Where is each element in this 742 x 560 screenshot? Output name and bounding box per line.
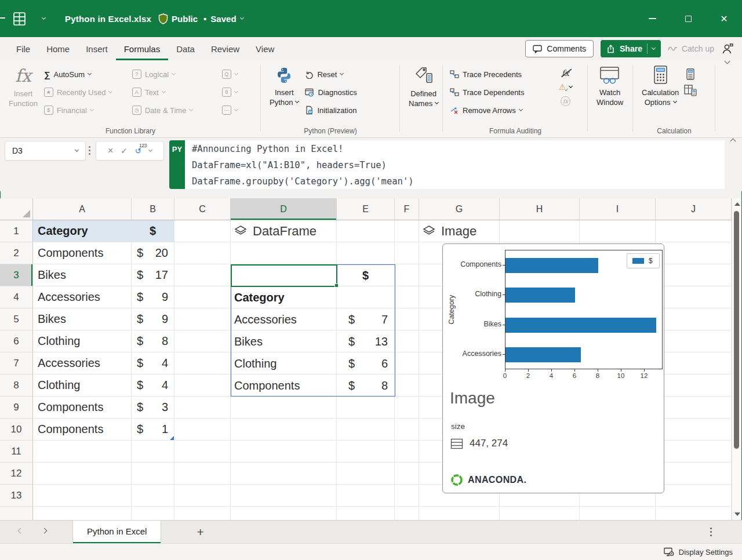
row-header-10[interactable]: 10: [0, 419, 33, 441]
reset-button[interactable]: Reset: [303, 67, 387, 81]
cell-C5[interactable]: [174, 308, 231, 330]
cell-F6[interactable]: [395, 330, 419, 352]
tab-file[interactable]: File: [8, 37, 38, 60]
cell-F5[interactable]: [395, 308, 419, 330]
cell-B11[interactable]: [132, 441, 174, 463]
cell-J6[interactable]: [656, 330, 732, 352]
cell-C12[interactable]: [174, 463, 231, 485]
column-header-A[interactable]: A: [33, 198, 132, 220]
cell-A8[interactable]: Clothing: [33, 374, 132, 397]
cell-A5[interactable]: Bikes: [33, 308, 132, 330]
cell-D14[interactable]: [231, 507, 337, 520]
math-trig-button[interactable]: θ: [220, 85, 252, 99]
cell-A10[interactable]: Components: [33, 419, 132, 441]
show-formulas-icon[interactable]: fx: [562, 68, 569, 78]
comments-button[interactable]: Comments: [525, 40, 594, 57]
tab-insert[interactable]: Insert: [78, 37, 116, 60]
column-header-H[interactable]: H: [500, 198, 580, 220]
collapse-formula-bar-icon[interactable]: [730, 139, 736, 144]
cell-J5[interactable]: [656, 308, 732, 330]
cell-E9[interactable]: [337, 397, 395, 419]
close-button[interactable]: ✕: [706, 0, 742, 37]
cell-F11[interactable]: [395, 441, 419, 463]
row-header-5[interactable]: 5: [0, 308, 33, 330]
cell-B5[interactable]: $9: [132, 308, 174, 330]
cell-B1[interactable]: $: [132, 220, 174, 242]
cell-F10[interactable]: [395, 419, 419, 441]
cell-F4[interactable]: [395, 286, 419, 308]
enter-icon[interactable]: ✓: [121, 146, 128, 155]
minimize-button[interactable]: [634, 0, 670, 37]
cell-B4[interactable]: $9: [132, 286, 174, 308]
date-time-button[interactable]: ◷Date & Time: [130, 103, 220, 117]
formula-input[interactable]: #Announcing Python in Excel!DataFrame=xl…: [185, 140, 725, 189]
scrollbar-thumb[interactable]: [734, 211, 739, 449]
cell-e6[interactable]: $13: [337, 330, 394, 352]
autosum-button[interactable]: ∑AutoSum: [42, 67, 130, 81]
cell-C4[interactable]: [174, 286, 231, 308]
column-header-G[interactable]: G: [419, 198, 500, 220]
insert-python-button[interactable]: InsertPython: [265, 65, 303, 125]
cell-F14[interactable]: [395, 507, 419, 520]
row-header-12[interactable]: 12: [0, 463, 33, 485]
column-header-J[interactable]: J: [656, 198, 732, 220]
cell-B7[interactable]: $4: [132, 352, 174, 374]
column-header-B[interactable]: B: [132, 198, 174, 220]
row-header-9[interactable]: 9: [0, 397, 33, 419]
cell-C11[interactable]: [174, 441, 231, 463]
row-header-6[interactable]: 6: [0, 330, 33, 352]
excel-logo-icon[interactable]: [12, 11, 27, 27]
cell-D13[interactable]: [231, 485, 337, 507]
vertical-scrollbar[interactable]: [732, 198, 741, 520]
row-header-8[interactable]: 8: [0, 374, 33, 397]
row-header-1[interactable]: 1: [0, 220, 33, 242]
cell-d1-dataframe[interactable]: DataFrame: [234, 220, 317, 242]
cell-D9[interactable]: [231, 397, 337, 419]
scroll-up-button[interactable]: [734, 202, 740, 206]
cell-H14[interactable]: [500, 507, 580, 520]
quick-access-toolbar-icon[interactable]: [42, 17, 45, 20]
cell-J14[interactable]: [656, 507, 732, 520]
cell-d5[interactable]: Accessories: [234, 308, 336, 330]
catchup-button[interactable]: Catch up: [668, 44, 714, 53]
calculation-options-button[interactable]: CalculationOptions: [638, 65, 683, 125]
cell-E14[interactable]: [337, 507, 395, 520]
cell-A12[interactable]: [33, 463, 132, 485]
cell-C13[interactable]: [174, 485, 231, 507]
cell-A1[interactable]: Category: [33, 220, 132, 242]
cell-B10[interactable]: $1: [132, 419, 174, 441]
tab-view[interactable]: View: [248, 37, 282, 60]
cell-E2[interactable]: [337, 242, 395, 264]
cell-F12[interactable]: [395, 463, 419, 485]
cell-C1[interactable]: [174, 220, 231, 242]
cell-J12[interactable]: [656, 463, 732, 485]
cell-B8[interactable]: $4: [132, 374, 174, 397]
lookup-reference-button[interactable]: Q: [220, 67, 252, 81]
trace-precedents-button[interactable]: Trace Precedents: [448, 67, 553, 81]
cell-F2[interactable]: [395, 242, 419, 264]
cell-B14[interactable]: [132, 507, 174, 520]
cell-A6[interactable]: Clothing: [33, 330, 132, 352]
watch-window-button[interactable]: WatchWindow: [592, 65, 627, 125]
cell-C10[interactable]: [174, 419, 231, 441]
cell-A3[interactable]: Bikes: [33, 264, 132, 286]
add-sheet-button[interactable]: +: [197, 525, 203, 539]
cell-E11[interactable]: [337, 441, 395, 463]
cell-A14[interactable]: [33, 507, 132, 520]
cell-D11[interactable]: [231, 441, 337, 463]
cell-e5[interactable]: $7: [337, 308, 394, 330]
cell-E12[interactable]: [337, 463, 395, 485]
cell-A11[interactable]: [33, 441, 132, 463]
share-button[interactable]: Share: [601, 40, 661, 57]
column-header-E[interactable]: E: [337, 198, 395, 220]
cell-J7[interactable]: [656, 352, 732, 374]
cell-J11[interactable]: [656, 441, 732, 463]
more-functions-button[interactable]: ⋯: [220, 103, 252, 117]
cell-F7[interactable]: [395, 352, 419, 374]
row-header-3[interactable]: 3: [0, 264, 33, 286]
sheet-tab-active[interactable]: Python in Excel: [73, 521, 161, 544]
cell-g1-image[interactable]: Image: [422, 220, 477, 242]
cell-B2[interactable]: $20: [132, 242, 174, 264]
insert-function-button[interactable]: fx InsertFunction: [5, 65, 42, 125]
row-header-7[interactable]: 7: [0, 352, 33, 374]
